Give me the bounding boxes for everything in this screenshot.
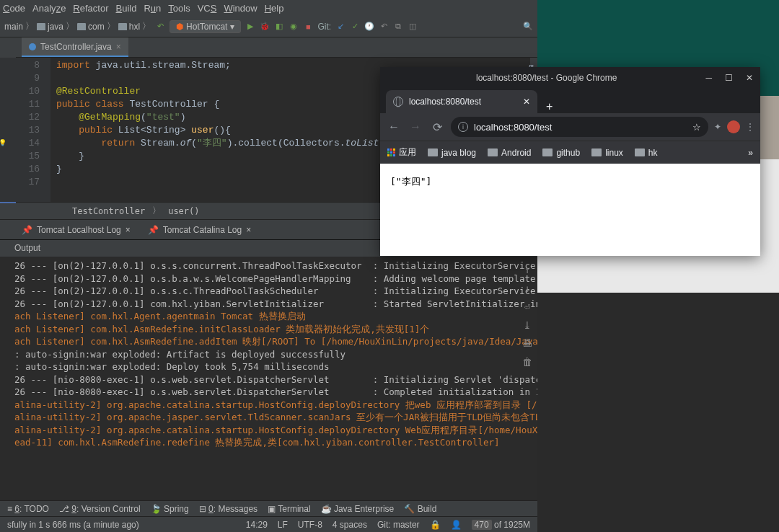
debug-icon[interactable]: 🐞 [260, 22, 270, 32]
bookmark-hk[interactable]: hk [635, 148, 658, 158]
status-mem-used[interactable]: 470 [472, 520, 492, 530]
star-icon[interactable]: ☆ [692, 122, 701, 133]
breadcrumb-main[interactable]: main〉 [4, 20, 34, 32]
console-line: ach Listener] com.hxl.Agent.agentmain To… [14, 310, 537, 323]
print-icon[interactable]: 🖶 [522, 337, 532, 350]
site-info-icon[interactable]: i [458, 122, 468, 132]
menu-refactor[interactable]: Refactor [73, 3, 108, 14]
menu-vcs[interactable]: VCS [198, 3, 217, 14]
folder-icon [591, 148, 602, 156]
menu-icon[interactable]: ⋮ [746, 122, 754, 132]
run-config-selector[interactable]: ⬢HotTomcat ▾ [170, 20, 241, 33]
down-icon[interactable]: ↓ [524, 283, 530, 296]
address-input[interactable]: i localhost:8080/test ☆ [451, 117, 708, 137]
status-indent[interactable]: 4 spaces [333, 520, 367, 530]
tab-terminal[interactable]: ▣ Terminal [268, 504, 310, 514]
console-line: ead-11] com.hxl.AsmRedefine.redefine 热替换… [14, 436, 537, 449]
close-icon[interactable]: ✕ [523, 97, 530, 107]
console-line: alina-utility-2] org.apache.catalina.sta… [14, 424, 537, 437]
status-encoding[interactable]: UTF-8 [298, 520, 322, 530]
url-text: localhost:8080/test [474, 122, 552, 133]
line-gutter: 8 9 10 11 12 13 14 15 16 17 [0, 58, 50, 202]
console-line: : auto-signin:war exploded: Deploy took … [14, 360, 537, 373]
bookmark-linux[interactable]: linux [591, 148, 623, 158]
status-lineending[interactable]: LF [278, 520, 288, 530]
breadcrumb-java[interactable]: java〉 [37, 20, 74, 32]
git-history-icon[interactable]: 🕐 [364, 22, 374, 32]
console-line: 26 --- [on(2)-127.0.0.1] o.s.s.c.ThreadP… [14, 285, 537, 298]
menu-bar: Code Analyze Refactor Build Run Tools VC… [0, 0, 537, 16]
browser-tab[interactable]: localhost:8080/test ✕ [386, 90, 537, 113]
bookmark-javablog[interactable]: java blog [428, 148, 476, 158]
menu-build[interactable]: Build [116, 3, 137, 14]
tomcat-localhost-tab[interactable]: 📌Tomcat Localhost Log× [14, 222, 138, 238]
browser-tabstrip: localhost:8080/test ✕ + [380, 89, 760, 113]
folder-icon [635, 148, 645, 156]
browser-tab-title: localhost:8080/test [409, 97, 481, 107]
menu-analyze[interactable]: Analyze [32, 3, 66, 14]
wrap-icon[interactable]: ⏎ [524, 301, 530, 314]
pin-icon: 📌 [22, 225, 32, 235]
browser-titlebar[interactable]: localhost:8080/test - Google Chrome ─ ☐ … [380, 67, 760, 89]
back-icon[interactable]: ← [386, 120, 402, 133]
breadcrumb-com[interactable]: com〉 [77, 20, 115, 32]
apps-button[interactable]: 应用 [387, 146, 416, 159]
extensions-icon[interactable]: ✦ [714, 122, 721, 132]
tab-java-enterprise[interactable]: ☕ Java Enterprise [321, 504, 395, 514]
structure-icon[interactable]: ◫ [408, 22, 418, 32]
status-git[interactable]: Git: master [377, 520, 420, 530]
breadcrumb: main〉 java〉 com〉 hxl〉 [4, 20, 151, 32]
close-icon[interactable]: × [126, 225, 131, 235]
tab-todo[interactable]: ≡ 6: TODO [7, 504, 49, 514]
forward-icon[interactable]: → [408, 120, 423, 133]
up-icon[interactable]: ↑ [524, 264, 530, 277]
status-position[interactable]: 14:29 [246, 520, 268, 530]
search-icon[interactable]: 🔍 [523, 22, 533, 32]
bookmark-github[interactable]: github [542, 148, 580, 158]
stop-icon[interactable]: ■ [303, 22, 313, 32]
close-icon[interactable]: × [246, 225, 251, 235]
git-update-icon[interactable]: ↙ [335, 22, 346, 32]
run-icon[interactable]: ▶ [245, 22, 255, 32]
tab-vcs[interactable]: ⎇ 9: Version Control [59, 504, 141, 514]
console-panel[interactable]: 26 --- [on(2)-127.0.0.1] o.s.s.concurren… [0, 257, 537, 500]
crumb-class[interactable]: TestController [72, 206, 145, 216]
editor-tab[interactable]: TestController.java × [22, 37, 128, 57]
menu-window[interactable]: Window [224, 3, 257, 14]
new-tab-button[interactable]: + [537, 100, 561, 113]
profile-icon[interactable]: ◉ [289, 22, 299, 32]
bookmark-overflow-icon[interactable]: » [748, 148, 753, 158]
crumb-method[interactable]: user() [168, 206, 199, 216]
git-commit-icon[interactable]: ✓ [350, 22, 360, 32]
reload-icon[interactable]: ⟳ [429, 120, 445, 134]
menu-tools[interactable]: Tools [168, 3, 190, 14]
person-icon[interactable]: 👤 [451, 520, 462, 530]
menu-code[interactable]: Code [3, 3, 25, 14]
maximize-icon[interactable]: ☐ [725, 73, 733, 83]
code-body[interactable]: import java.util.stream.Stream; @RestCon… [50, 58, 408, 202]
status-bar: sfully in 1 s 666 ms (a minute ago) 14:2… [0, 516, 537, 532]
tab-messages[interactable]: ⊟ 0: Messages [199, 504, 258, 514]
close-icon[interactable]: ✕ [746, 73, 753, 83]
git-revert-icon[interactable]: ↶ [379, 22, 389, 32]
browser-title: localhost:8080/test - Google Chrome [476, 73, 617, 83]
coverage-icon[interactable]: ◧ [274, 22, 284, 32]
tomcat-catalina-tab[interactable]: 📌Tomcat Catalina Log× [141, 222, 258, 238]
address-bar-row: ← → ⟳ i localhost:8080/test ☆ ✦ ⋮ [380, 113, 760, 141]
close-icon[interactable]: × [116, 42, 121, 52]
menu-help[interactable]: Help [265, 3, 284, 14]
scroll-icon[interactable]: ⤓ [523, 319, 532, 332]
bookmark-android[interactable]: Android [488, 148, 531, 158]
minimize-icon[interactable]: ─ [705, 73, 712, 83]
tab-spring[interactable]: 🍃 Spring [151, 504, 189, 514]
back-icon[interactable]: ↶ [155, 22, 165, 32]
menu-run[interactable]: Run [144, 3, 161, 14]
trash-icon[interactable]: 🗑 [522, 356, 532, 369]
profile-avatar[interactable] [727, 120, 740, 133]
tab-build[interactable]: 🔨 Build [404, 504, 436, 514]
diff-icon[interactable]: ⧉ [393, 22, 403, 32]
lock-icon[interactable]: 🔒 [430, 520, 441, 530]
page-content: ["李四"] [380, 164, 760, 256]
console-line: : auto-signin:war exploded: Artifact is … [14, 348, 537, 361]
breadcrumb-hxl[interactable]: hxl〉 [118, 20, 151, 32]
